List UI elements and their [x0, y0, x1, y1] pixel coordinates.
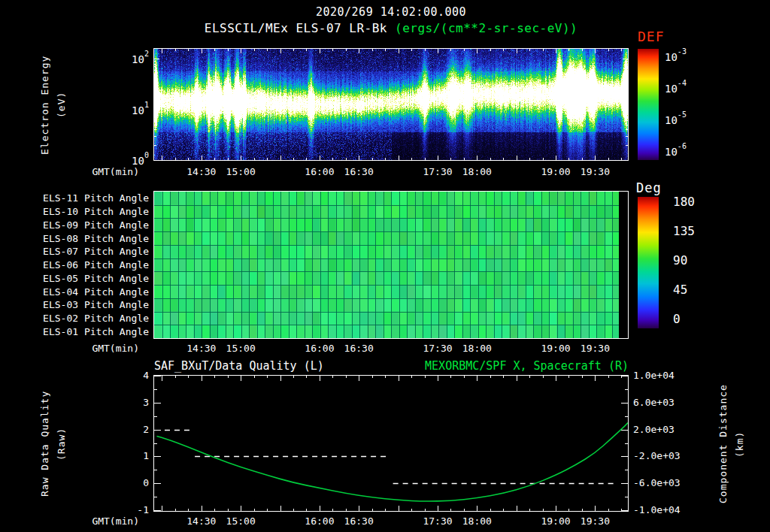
gmt-axis-label: GMT(min) [71, 343, 139, 354]
units-label: (ergs/(cm**2-sr-sec-eV)) [395, 21, 578, 35]
energy-tick-label: 100 [132, 153, 149, 167]
pitch-row-label: ELS-03 Pitch Angle [43, 299, 149, 310]
pitch-row-label: ELS-09 Pitch Angle [43, 219, 149, 231]
time-tick-label: 19:30 [581, 343, 610, 354]
time-tick-label: 15:00 [226, 343, 256, 354]
pitch-angle-canvas [154, 192, 628, 338]
time-tick-label: 18:00 [462, 166, 492, 177]
def-scale-label: 10-5 [665, 113, 687, 126]
time-tick-row: 14:3015:0016:0016:3017:3018:0019:0019:30 [154, 515, 628, 527]
def-scale-label: 10-4 [665, 81, 687, 95]
distance-tick-label: 6.0e+03 [633, 397, 675, 408]
spectrogram-y-axis-units: (eV) [54, 47, 68, 163]
quality-tick-label: 4 [143, 370, 149, 381]
def-colorbar [638, 49, 659, 160]
def-scale-label: 10-3 [665, 50, 687, 63]
deg-scale-label: 45 [673, 283, 687, 297]
quality-tick-label: 1 [143, 450, 149, 461]
instrument-title: ELSSCIL/MEx ELS-07 LR-Bk [205, 21, 387, 35]
pitch-row-label: ELS-10 Pitch Angle [43, 206, 149, 217]
distance-tick-label: 1.0e+04 [633, 370, 675, 381]
quality-tick-label: -1 [137, 504, 149, 515]
pitch-row-label: ELS-04 Pitch Angle [43, 286, 149, 298]
distance-y-axis-label: Component Distance [716, 370, 729, 518]
distance-tick-label: -6.0e+03 [633, 477, 681, 488]
time-tick-label: 14:30 [186, 515, 216, 527]
pitch-row-label: ELS-06 Pitch Angle [43, 259, 149, 271]
energy-tick-label: 102 [132, 52, 149, 65]
deg-colorbar-labels: 18013590450 [673, 197, 718, 328]
distance-y-axis-units: (km) [732, 370, 746, 518]
quality-tick-label: 2 [143, 424, 149, 435]
time-tick-label: 19:00 [541, 166, 570, 177]
time-tick-label: 16:30 [344, 343, 374, 354]
time-tick-label: 15:00 [226, 515, 256, 527]
time-tick-label: 19:30 [581, 515, 610, 527]
timeseries-canvas [154, 376, 628, 511]
pitch-row-label: ELS-11 Pitch Angle [43, 192, 149, 204]
time-tick-row: 14:3015:0016:0016:3017:3018:0019:0019:30 [154, 166, 628, 178]
datetime-title: 2020/269 14:02:00.000 [154, 5, 628, 19]
time-tick-label: 15:00 [226, 166, 256, 177]
pitch-row-label: ELS-02 Pitch Angle [43, 313, 149, 324]
spectrogram-y-axis-label: Electron Energy [38, 47, 51, 163]
spectrogram-canvas [154, 49, 628, 160]
distance-tick-label: -2.0e+03 [633, 450, 681, 461]
pitch-row-label: ELS-01 Pitch Angle [43, 326, 149, 337]
time-tick-label: 17:30 [423, 166, 452, 177]
time-tick-label: 16:00 [305, 515, 334, 527]
time-tick-label: 19:30 [581, 166, 610, 177]
plot-title: ELSSCIL/MEx ELS-07 LR-Bk(ergs/(cm**2-sr-… [147, 21, 635, 35]
deg-scale-label: 135 [673, 224, 695, 238]
time-tick-label: 19:00 [541, 343, 570, 354]
deg-colorbar-title: Deg [636, 180, 662, 195]
energy-tick-label: 101 [132, 103, 149, 116]
def-colorbar-labels: 10-310-410-510-6 [665, 49, 717, 160]
quality-series-title: SAF_BXuT/Data Quality (L) [154, 359, 324, 373]
pitch-row-labels: ELS-11 Pitch AngleELS-10 Pitch AngleELS-… [30, 192, 149, 338]
quality-tick-labels: 43210-1 [111, 376, 149, 511]
deg-scale-label: 90 [673, 253, 687, 268]
time-tick-label: 19:00 [541, 515, 570, 527]
time-axis-pitch: GMT(min) 14:3015:0016:0016:3017:3018:001… [0, 343, 770, 355]
distance-tick-label: -1.0e+04 [633, 504, 681, 515]
time-tick-label: 16:30 [344, 166, 374, 177]
quality-tick-label: 0 [143, 477, 149, 488]
pitch-angle-panel [153, 191, 629, 339]
pitch-row-label: ELS-08 Pitch Angle [43, 233, 149, 244]
def-scale-label: 10-6 [665, 144, 687, 158]
time-tick-label: 14:30 [186, 343, 216, 354]
time-tick-label: 18:00 [462, 515, 492, 527]
spacecraft-series-title: MEXORBMC/SPF X, Spacecraft (R) [425, 359, 629, 373]
pitch-row-label: ELS-05 Pitch Angle [43, 273, 149, 284]
pitch-row-label: ELS-07 Pitch Angle [43, 246, 149, 257]
spectrogram-y-tick-labels: 102101100 [114, 49, 149, 160]
quality-y-axis-units: (Raw) [54, 374, 68, 513]
quality-y-axis-label: Raw Data Quality [38, 374, 51, 513]
time-axis-bottom: GMT(min) 14:3015:0016:0016:3017:3018:001… [0, 515, 770, 527]
gmt-axis-label: GMT(min) [71, 515, 139, 527]
time-tick-label: 16:00 [305, 343, 334, 354]
distance-tick-label: 2.0e+03 [633, 424, 675, 435]
time-tick-label: 16:00 [305, 166, 334, 177]
time-tick-label: 17:30 [423, 515, 452, 527]
deg-colorbar [638, 197, 659, 328]
time-tick-label: 14:30 [186, 166, 216, 177]
bottom-panel-titles: SAF_BXuT/Data Quality (L) MEXORBMC/SPF X… [154, 359, 629, 373]
time-axis-spectrogram: GMT(min) 14:3015:0016:0016:3017:3018:001… [0, 166, 770, 178]
timeseries-panel [153, 375, 629, 512]
def-colorbar-title: DEF [638, 29, 665, 44]
spectrogram-panel [153, 48, 629, 161]
time-tick-row: 14:3015:0016:0016:3017:3018:0019:0019:30 [154, 343, 628, 355]
quality-tick-label: 3 [143, 397, 149, 408]
time-tick-label: 18:00 [462, 343, 492, 354]
deg-scale-label: 0 [673, 312, 681, 326]
time-tick-label: 17:30 [423, 343, 452, 354]
gmt-axis-label: GMT(min) [71, 166, 139, 177]
deg-scale-label: 180 [673, 195, 695, 209]
plot-page: 2020/269 14:02:00.000 ELSSCIL/MEx ELS-07… [0, 0, 770, 532]
time-tick-label: 16:30 [344, 515, 374, 527]
distance-tick-labels: 1.0e+046.0e+032.0e+03-2.0e+03-6.0e+03-1.… [633, 376, 692, 511]
